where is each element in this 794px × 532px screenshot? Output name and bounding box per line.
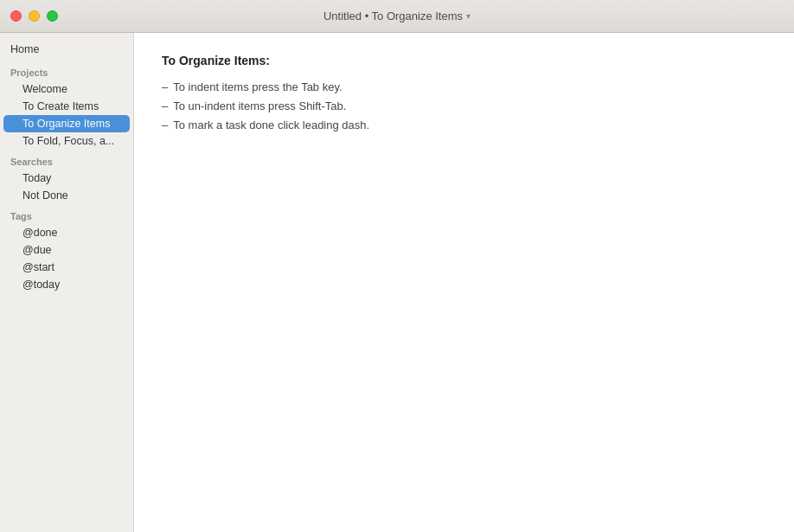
chevron-down-icon[interactable]: ▾ <box>466 11 471 21</box>
title-text: Untitled • To Organize Items <box>323 10 463 22</box>
content-heading: To Organize Items: <box>162 54 766 67</box>
sidebar-section-searches: Searches <box>0 150 133 170</box>
content-text-1: To indent items press the Tab key. <box>173 78 342 97</box>
dash-icon-3: – <box>162 116 168 135</box>
sidebar-item-today[interactable]: Today <box>3 170 130 187</box>
sidebar-item-today-tag[interactable]: @today <box>3 276 130 293</box>
window-title: Untitled • To Organize Items ▾ <box>323 10 471 22</box>
minimize-button[interactable] <box>29 10 40 22</box>
sidebar-section-tags: Tags <box>0 204 133 224</box>
maximize-button[interactable] <box>47 10 58 22</box>
content-item-1: – To indent items press the Tab key. <box>162 78 766 97</box>
sidebar-item-welcome[interactable]: Welcome <box>3 80 130 98</box>
sidebar-section-projects: Projects <box>0 61 133 80</box>
dash-icon-1: – <box>162 78 168 97</box>
sidebar-item-to-organize-items[interactable]: To Organize Items <box>3 115 130 132</box>
close-button[interactable] <box>10 10 22 22</box>
content-item-2: – To un-indent items press Shift-Tab. <box>162 97 766 116</box>
sidebar-item-start-tag[interactable]: @start <box>3 259 130 276</box>
sidebar-item-not-done[interactable]: Not Done <box>3 187 130 204</box>
content-text-3: To mark a task done click leading dash. <box>173 116 369 135</box>
window-controls <box>10 10 58 22</box>
content-text-2: To un-indent items press Shift-Tab. <box>173 97 346 116</box>
sidebar: Home Projects Welcome To Create Items To… <box>0 33 134 532</box>
main-layout: Home Projects Welcome To Create Items To… <box>0 33 794 532</box>
sidebar-item-done-tag[interactable]: @done <box>3 224 130 241</box>
sidebar-item-to-fold-focus[interactable]: To Fold, Focus, a... <box>3 132 130 150</box>
dash-icon-2: – <box>162 97 168 116</box>
sidebar-item-to-create-items[interactable]: To Create Items <box>3 98 130 115</box>
titlebar: Untitled • To Organize Items ▾ <box>0 0 794 33</box>
sidebar-item-due-tag[interactable]: @due <box>3 241 130 259</box>
content-item-3: – To mark a task done click leading dash… <box>162 116 766 135</box>
content-area: To Organize Items: – To indent items pre… <box>134 33 794 532</box>
sidebar-item-home[interactable]: Home <box>0 40 133 61</box>
